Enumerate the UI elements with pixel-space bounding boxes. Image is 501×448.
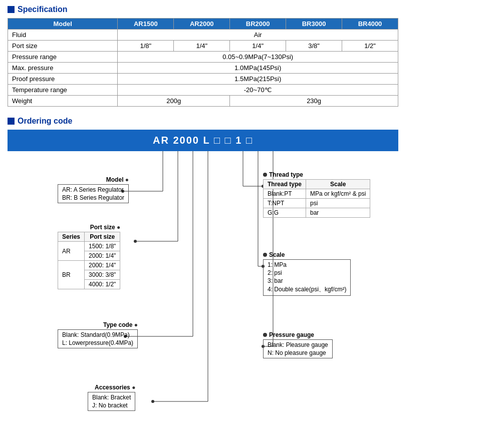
value-weight-br: 230g — [230, 96, 398, 107]
model-box: AR: A Series Regulator BR: B Series Regu… — [58, 184, 129, 203]
specification-title: Specification — [8, 5, 493, 14]
pressure-gauge-box: Blank: Pleasure gauge N: No pleasure gau… — [263, 339, 333, 358]
value-port-br2000: 1/4" — [230, 41, 286, 52]
scale-item-2: 2: psi — [267, 269, 347, 277]
pressure-gauge-dot — [263, 333, 267, 337]
model-item-ar: AR: A Series Regulator — [61, 186, 125, 194]
col-br4000: BR4000 — [342, 19, 398, 30]
port-size-table: Series Port size AR 1500: 1/8" 2000: 1/4… — [58, 232, 120, 289]
ordering-title: Ordering code — [8, 117, 493, 126]
table-row: Blank:PT MPa or kgf/cm² & psi — [264, 189, 370, 199]
spec-icon — [8, 6, 15, 13]
svg-point-5 — [134, 240, 137, 243]
accessories-item-j: J: No bracket — [91, 401, 132, 409]
pressure-gauge-item-blank: Blank: Pleasure gauge — [267, 341, 329, 349]
port-size-group: Port size ● Series Port size AR 1500: 1/… — [58, 224, 120, 289]
table-row: BR 2000: 1/4" — [58, 261, 120, 270]
thread-type-dot — [263, 173, 267, 177]
label-pressure-range: Pressure range — [8, 52, 118, 63]
value-proof-pressure: 1.5MPa(215Psi) — [118, 74, 398, 85]
accessories-group: Accessories ● Blank: Bracket J: No brack… — [88, 384, 135, 411]
value-fluid: Air — [118, 30, 398, 41]
type-code-label: Type code ● — [58, 321, 138, 328]
pressure-gauge-group: Pressure gauge Blank: Pleasure gauge N: … — [263, 331, 333, 358]
type-code-item-blank: Blank: Standard(0.9MPa) — [61, 331, 134, 339]
scale-item-4: 4: Double scale(psi、kgf/cm²) — [267, 285, 347, 294]
specification-table: Model AR1500 AR2000 BR2000 BR3000 BR4000… — [8, 18, 398, 107]
scale-group: Scale 1: MPa 2: psi 3: bar 4: Double sca… — [263, 251, 351, 296]
table-row: Proof pressure 1.5MPa(215Psi) — [8, 74, 398, 85]
ordering-diagram: Model ● AR: A Series Regulator BR: B Ser… — [8, 151, 398, 441]
thread-type-table: Thread type Scale Blank:PT MPa or kgf/cm… — [263, 179, 370, 218]
table-row: T:NPT psi — [264, 199, 370, 208]
col-ar1500: AR1500 — [118, 19, 174, 30]
label-temp-range: Temperature range — [8, 85, 118, 96]
col-br3000: BR3000 — [286, 19, 342, 30]
model-label: Model ● — [58, 176, 129, 183]
scale-item-3: 3: bar — [267, 277, 347, 285]
scale-item-1: 1: MPa — [267, 261, 347, 269]
table-row: Pressure range 0.05~0.9MPa(7~130Psi) — [8, 52, 398, 63]
value-pressure-range: 0.05~0.9MPa(7~130Psi) — [118, 52, 398, 63]
thread-type-group: Thread type Thread type Scale Blank:PT M… — [263, 171, 370, 218]
label-weight: Weight — [8, 96, 118, 107]
table-row: Port size 1/8" 1/4" 1/4" 3/8" 1/2" — [8, 41, 398, 52]
ordering-banner: AR 2000 L □ □ 1 □ — [8, 130, 398, 151]
col-ar2000: AR2000 — [174, 19, 230, 30]
table-row: AR 1500: 1/8" — [58, 242, 120, 251]
pressure-gauge-label: Pressure gauge — [263, 331, 333, 338]
type-code-item-l: L: Lowerpressure(0.4MPa) — [61, 339, 134, 347]
ordering-icon — [8, 118, 15, 125]
ordering-section: Ordering code AR 2000 L □ □ 1 □ — [8, 117, 493, 441]
scale-box: 1: MPa 2: psi 3: bar 4: Double scale(psi… — [263, 259, 351, 296]
value-temp-range: -20~70℃ — [118, 85, 398, 96]
port-size-label: Port size ● — [58, 224, 120, 231]
model-item-br: BR: B Series Regulator — [61, 194, 125, 202]
table-row: Temperature range -20~70℃ — [8, 85, 398, 96]
table-row: Max. pressure 1.0MPa(145Psi) — [8, 63, 398, 74]
pressure-gauge-item-n: N: No pleasure gauge — [267, 349, 329, 357]
label-max-pressure: Max. pressure — [8, 63, 118, 74]
table-row: G:G bar — [264, 208, 370, 218]
value-port-ar1500: 1/8" — [118, 41, 174, 52]
col-br2000: BR2000 — [230, 19, 286, 30]
table-row: Fluid Air — [8, 30, 398, 41]
type-code-group: Type code ● Blank: Standard(0.9MPa) L: L… — [58, 321, 138, 348]
label-proof-pressure: Proof pressure — [8, 74, 118, 85]
value-port-ar2000: 1/4" — [174, 41, 230, 52]
specification-section: Specification Model AR1500 AR2000 BR2000… — [8, 5, 493, 107]
model-group: Model ● AR: A Series Regulator BR: B Ser… — [58, 176, 129, 203]
thread-type-label: Thread type — [263, 171, 370, 178]
col-model: Model — [8, 19, 118, 30]
value-port-br4000: 1/2" — [342, 41, 398, 52]
accessories-box: Blank: Bracket J: No bracket — [88, 392, 135, 411]
value-max-pressure: 1.0MPa(145Psi) — [118, 63, 398, 74]
accessories-item-blank: Blank: Bracket — [91, 393, 132, 401]
label-fluid: Fluid — [8, 30, 118, 41]
svg-point-11 — [151, 400, 154, 403]
value-weight-ar: 200g — [118, 96, 230, 107]
scale-label: Scale — [263, 251, 351, 258]
label-port-size: Port size — [8, 41, 118, 52]
table-row: Weight 200g 230g — [8, 96, 398, 107]
accessories-label: Accessories ● — [88, 384, 135, 391]
scale-dot — [263, 253, 267, 257]
value-port-br3000: 3/8" — [286, 41, 342, 52]
type-code-box: Blank: Standard(0.9MPa) L: Lowerpressure… — [58, 329, 138, 348]
